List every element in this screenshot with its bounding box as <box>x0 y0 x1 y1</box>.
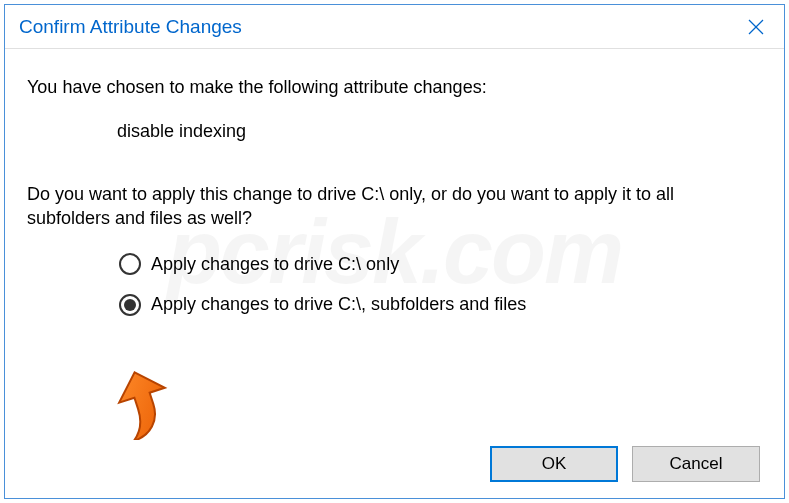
radio-label: Apply changes to drive C:\, subfolders a… <box>151 292 526 316</box>
titlebar: Confirm Attribute Changes <box>5 5 784 49</box>
dialog-content: You have chosen to make the following at… <box>5 49 784 351</box>
intro-text: You have chosen to make the following at… <box>27 75 762 99</box>
cancel-button[interactable]: Cancel <box>632 446 760 482</box>
confirm-attribute-changes-dialog: Confirm Attribute Changes pcrisk.com You… <box>4 4 785 499</box>
arrow-pointer-icon <box>111 370 171 440</box>
radio-icon <box>119 294 141 316</box>
close-button[interactable] <box>728 5 784 49</box>
radio-label: Apply changes to drive C:\ only <box>151 252 399 276</box>
radio-group: Apply changes to drive C:\ only Apply ch… <box>119 252 762 317</box>
close-icon <box>748 19 764 35</box>
radio-icon <box>119 253 141 275</box>
ok-button[interactable]: OK <box>490 446 618 482</box>
question-text: Do you want to apply this change to driv… <box>27 182 762 231</box>
button-bar: OK Cancel <box>490 446 760 482</box>
radio-option-drive-only[interactable]: Apply changes to drive C:\ only <box>119 252 762 276</box>
change-item: disable indexing <box>117 119 762 143</box>
radio-option-subfolders-files[interactable]: Apply changes to drive C:\, subfolders a… <box>119 292 762 316</box>
dialog-title: Confirm Attribute Changes <box>19 16 242 38</box>
